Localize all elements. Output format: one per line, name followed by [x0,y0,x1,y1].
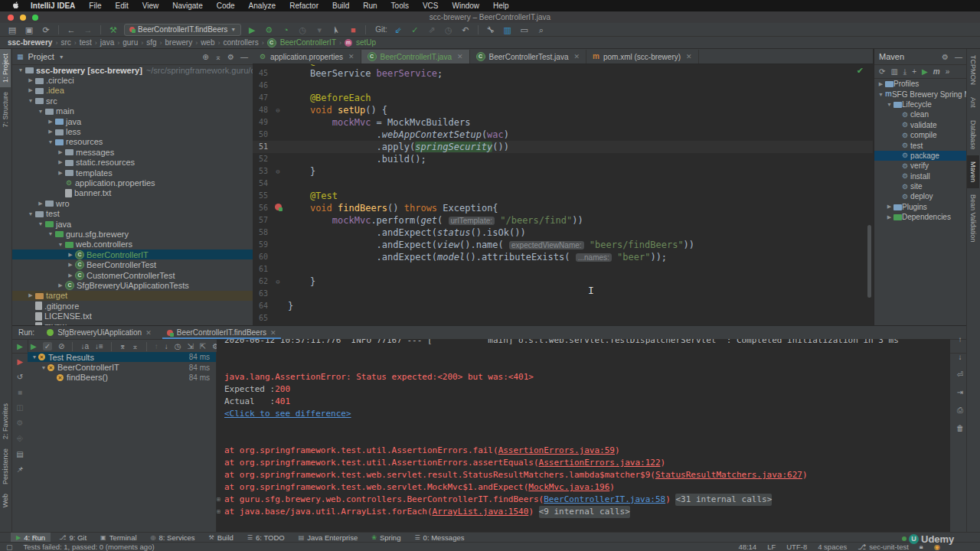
menu-item-tools[interactable]: Tools [384,2,416,10]
locate-file-icon[interactable]: ⊕ [202,53,208,61]
tool-stripe-database[interactable]: Database [967,114,979,156]
soft-wrap-icon[interactable]: ⏎ [957,370,963,379]
scroll-to-end-icon[interactable]: ⇥ [957,388,963,396]
maven-tree-row[interactable]: ⚙verify [874,161,967,171]
fold-marker-icon[interactable]: ⊖ [270,276,286,288]
tool-stripe-structure[interactable]: 7: Structure [0,87,11,132]
fold-marker-icon[interactable]: ⊖ [270,104,286,116]
menu-item-analyze[interactable]: Analyze [242,2,283,10]
project-tree-row[interactable]: ▼ssc-brewery [scc-brewery]~/src/springfr… [12,65,253,75]
maven-tree-row[interactable]: ⚙site [874,181,967,191]
status-caret-position[interactable]: 48:14 [738,543,756,551]
close-tab-icon[interactable]: ✕ [348,53,354,60]
code-line[interactable]: 62⊖ } [253,276,873,288]
breadcrumb-item[interactable]: controllers [224,38,259,47]
tool-window-button-todo[interactable]: ☰6: TODO [242,533,290,543]
maven-refresh-icon[interactable]: ⟳ [879,67,885,76]
tool-window-button-run[interactable]: ▶4: Run [11,533,51,543]
stack-trace-link[interactable]: BeerControllerIT.java:58 [544,494,665,506]
dump-threads-icon[interactable]: ◫ [16,403,23,412]
git-update-icon[interactable]: ⇙ [392,24,404,35]
tree-expanded-icon[interactable]: ▼ [37,109,44,114]
tree-expanded-icon[interactable]: ▼ [37,221,44,227]
maven-tree-row[interactable]: ▶Plugins [874,202,967,212]
settings-icon[interactable]: ⚙ [17,419,24,427]
menu-item-file[interactable]: File [82,2,108,10]
run-configuration-select[interactable]: BeerControllerIT.findBeers ▼ [124,24,241,36]
code-line[interactable]: 47 @BeforeEach [253,92,873,104]
menu-item-intellij-idea[interactable]: IntelliJ IDEA [24,2,82,10]
wrench-icon[interactable]: 🔧︎ [485,24,497,35]
rerun-icon[interactable]: ▶ [31,342,37,350]
project-tree-row[interactable]: ▶CSfgBreweryUiApplicationTests [12,280,253,290]
menu-item-run[interactable]: Run [356,2,384,10]
print-icon[interactable]: ⎙ [957,406,963,415]
pin-tab-icon[interactable]: 📌︎ [16,465,24,474]
search-everywhere-icon[interactable]: ⌕ [535,24,547,35]
sort-by-duration-icon[interactable]: ↓≡ [95,342,103,350]
stack-trace-link[interactable]: <Click to see difference> [224,408,351,420]
tool-stripe-ant[interactable]: Ant [967,91,979,114]
status-panel-icon[interactable]: ▢ [6,543,13,551]
project-tree-row[interactable]: ▼test [12,208,253,218]
breadcrumb-item[interactable]: src [60,38,70,47]
tool-window-button-services[interactable]: ◎8: Services [145,533,201,543]
test-tree-row[interactable]: ▼✕BeerControllerIT84 ms [28,362,216,372]
tree-collapsed-icon[interactable]: ▶ [877,81,884,87]
tree-expanded-icon[interactable]: ▼ [886,102,893,107]
tool-window-button-spring[interactable]: ❀Spring [366,533,406,543]
hide-panel-icon[interactable]: — [955,53,962,61]
run-console[interactable]: 2020-06-12 10:57:11.776 INFO 77167 --- [… [217,339,950,533]
run-button[interactable]: ▶ [246,24,258,35]
menu-item-vcs[interactable]: VCS [416,2,446,10]
code-line[interactable]: 48⊖ void setUp() { [253,104,873,116]
project-tree-row[interactable]: ▶CCustomerControllerTest [12,270,253,280]
tree-expanded-icon[interactable]: ▼ [27,211,34,217]
close-tab-icon[interactable]: ✕ [686,53,692,60]
show-passed-toggle[interactable]: ✓ [43,342,52,350]
tree-expanded-icon[interactable]: ▼ [27,98,34,103]
run-anything-icon[interactable]: ▭ [518,24,531,35]
tool-window-button-build[interactable]: ⚒Build [204,533,239,543]
git-history-icon[interactable]: ◷ [443,24,455,35]
failed-test-icon[interactable] [275,204,282,210]
fold-marker-icon[interactable]: ⊖ [270,165,286,178]
breadcrumb-item[interactable]: brewery [165,38,193,47]
git-push-icon[interactable]: ⇗ [426,24,438,35]
tree-expanded-icon[interactable]: ▼ [877,92,884,97]
next-failed-icon[interactable]: ↓ [165,342,168,350]
tree-collapsed-icon[interactable]: ▶ [57,149,64,155]
code-line[interactable]: 61 [253,263,873,276]
breadcrumb-item[interactable]: web [201,38,214,47]
code-line[interactable]: 46 [253,80,873,92]
project-tree-row[interactable]: ▼web.controllers [12,240,253,249]
git-commit-icon[interactable]: ✓ [409,24,421,35]
project-tree-row[interactable]: ▶target [12,291,253,301]
tool-stripe-bean-validation[interactable]: Bean Validation [967,188,979,248]
code-line[interactable]: 52 .build(); [253,153,873,165]
status-message[interactable]: Tests failed: 1, passed: 0 (moments ago) [24,543,155,551]
tree-collapsed-icon[interactable]: ▶ [47,119,54,125]
code-line[interactable]: 63 [253,288,873,300]
menu-item-view[interactable]: View [136,2,166,10]
stop-button[interactable]: ■ [347,24,359,35]
breadcrumb-item[interactable]: java [100,38,114,47]
editor-tab[interactable]: ⚙application.properties✕ [253,50,361,64]
project-tree-row[interactable]: ▶java [12,116,253,126]
project-tree-row[interactable]: ▶CBeerControllerTest [12,259,253,269]
tool-window-button-messages[interactable]: ☰0: Messages [409,533,469,543]
tree-collapsed-icon[interactable]: ▶ [27,77,34,83]
project-tree-row[interactable]: ▶wro [12,198,253,208]
tree-collapsed-icon[interactable]: ▶ [67,252,74,258]
editor-tab[interactable]: CBeerControllerIT.java✕ [361,50,470,64]
maven-tree-row[interactable]: ▼mSFG Brewery Spring MVC [874,89,967,99]
project-tree-row[interactable]: ▶static.resources [12,158,253,168]
code-line[interactable]: 56 void findBeers() throws Exception{ [253,202,873,214]
project-tree-row[interactable]: LICENSE.txt [12,311,253,321]
maven-run-icon[interactable]: ▶ [922,67,928,76]
previous-failed-icon[interactable]: ↑ [155,342,158,350]
test-history-icon[interactable]: ◷ [175,342,181,350]
project-tree-row[interactable]: ▶templates [12,168,253,178]
status-line-ending[interactable]: LF [767,543,776,551]
attach-icon[interactable]: 🮰 [330,24,342,35]
